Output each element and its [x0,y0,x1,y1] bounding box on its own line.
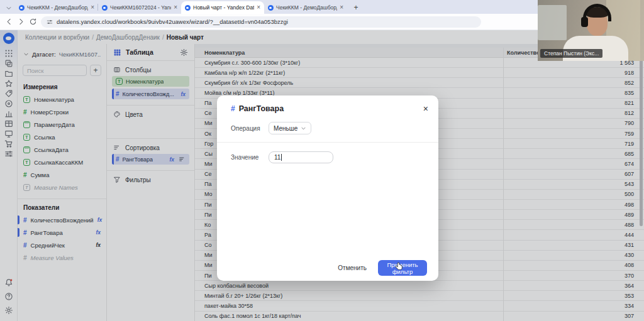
tab-title: ЧекиККМ16072024 - Yandex D... [110,4,171,11]
close-icon[interactable]: × [423,104,428,113]
datalens-favicon [268,5,274,11]
webcam-overlay: Степан Пыстин (Экс... [538,0,644,61]
tab-close-icon[interactable]: × [174,4,177,11]
tab-title: Новый чарт - Yandex DataLens [193,4,254,11]
text-caret [281,154,282,161]
chevron-down-icon [6,5,12,11]
participant-name-label: Степан Пыстин (Экс... [540,49,602,58]
tab-title: ЧекиККМ - ДемоДашбордД... [276,4,337,11]
tab-title: ЧекиККМ - ДемоДашбордД... [27,4,88,11]
operation-label: Операция [231,125,269,132]
number-field-icon: # [231,104,235,113]
tab-close-icon[interactable]: × [257,4,260,11]
operation-value: Меньше [274,125,297,132]
datalens-favicon [19,5,25,11]
mouse-cursor-icon [394,262,404,273]
modal-title: РангТовара [239,104,284,113]
new-tab-button[interactable]: + [351,3,361,13]
tab-close-icon[interactable]: × [91,4,94,11]
address-bar[interactable]: datalens.yandex.cloud/workbooks/9uivbv42… [41,16,481,28]
browser-tab[interactable]: Новый чарт - Yandex DataLens × [181,1,264,14]
browser-tab[interactable]: ЧекиККМ - ДемоДашбордД... × [264,1,347,14]
modal-divider [217,142,438,143]
cancel-button[interactable]: Отменить [333,261,372,275]
chevron-down-icon [301,126,306,131]
value-label: Значение [231,154,269,161]
reload-icon[interactable] [29,18,37,26]
back-icon[interactable] [5,18,13,26]
tab-search-button[interactable] [4,3,14,13]
flipchart [538,5,567,40]
browser-tab[interactable]: ЧекиККМ16072024 - Yandex D... × [98,1,181,14]
browser-tab[interactable]: ЧекиККМ - ДемоДашбордД... × [15,1,98,14]
url-text: datalens.yandex.cloud/workbooks/9uivbv42… [57,18,288,25]
operation-select[interactable]: Меньше [269,122,311,134]
forward-icon[interactable] [17,18,25,26]
datalens-favicon [185,5,191,11]
filter-value-text: 11 [274,154,280,161]
headphones-earcup [581,17,588,27]
screen: ЧекиККМ - ДемоДашбордД... × ЧекиККМ16072… [0,0,644,321]
tune-icon [47,19,53,25]
filter-modal: # РангТовара × Операция Меньше Значение … [217,95,438,281]
datalens-favicon [102,5,108,11]
filter-value-input[interactable]: 11 [269,151,333,163]
tab-close-icon[interactable]: × [340,4,343,11]
